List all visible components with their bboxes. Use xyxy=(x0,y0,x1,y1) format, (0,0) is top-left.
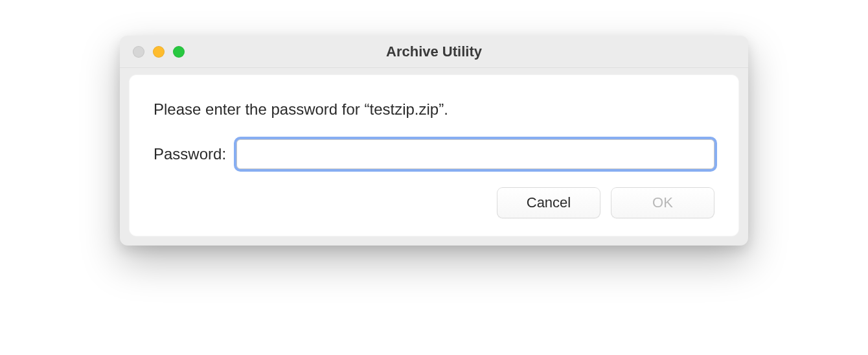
button-row: Cancel OK xyxy=(154,187,714,218)
password-dialog-sheet: Please enter the password for “testzip.z… xyxy=(129,74,739,236)
password-label: Password: xyxy=(154,145,226,163)
traffic-lights xyxy=(120,46,185,58)
maximize-icon[interactable] xyxy=(173,46,185,58)
ok-button[interactable]: OK xyxy=(611,187,714,218)
titlebar: Archive Utility xyxy=(120,36,748,68)
prompt-text: Please enter the password for “testzip.z… xyxy=(154,100,714,119)
cancel-button[interactable]: Cancel xyxy=(497,187,600,218)
archive-utility-window: Archive Utility Please enter the passwor… xyxy=(120,36,748,246)
window-title: Archive Utility xyxy=(120,43,748,60)
password-input[interactable] xyxy=(236,139,714,169)
minimize-icon[interactable] xyxy=(153,46,165,58)
password-field-row: Password: xyxy=(154,139,714,169)
close-icon[interactable] xyxy=(133,46,144,58)
